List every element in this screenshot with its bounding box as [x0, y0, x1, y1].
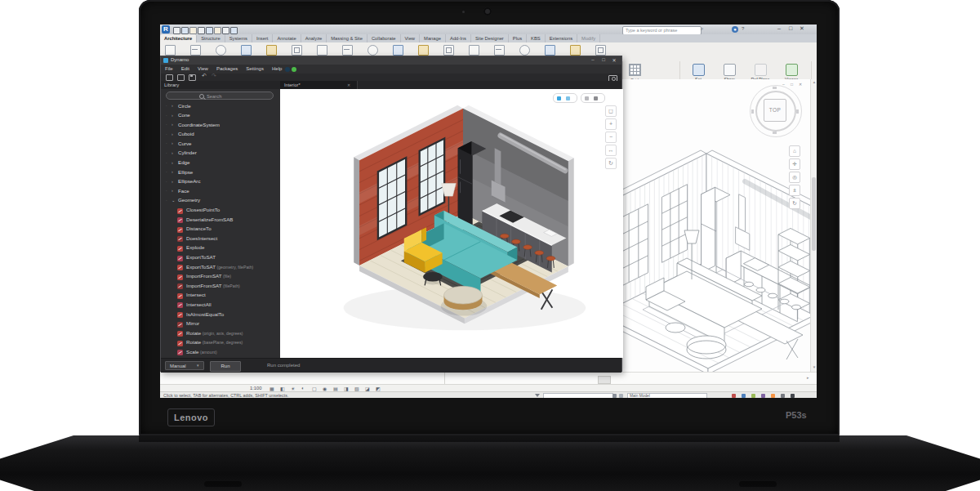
menu-packages[interactable]: Packages — [212, 65, 242, 74]
dynamo-title-bar[interactable]: Dynamo – □ ✕ — [161, 56, 621, 65]
status-tool-icon[interactable] — [791, 394, 795, 398]
ribbon-tool-icon[interactable] — [393, 45, 403, 56]
tab-extensions[interactable]: Extensions — [546, 34, 577, 42]
library-category-ellipsearc[interactable]: ·›EllipseArc — [161, 178, 280, 188]
ribbon-tool-icon[interactable] — [241, 45, 252, 56]
qat-tool-icon[interactable] — [181, 27, 189, 34]
tab-plus[interactable]: Plus — [509, 34, 527, 42]
scroll-down-arrow[interactable]: ▼ — [812, 365, 817, 369]
library-node-rotate-origin-axis-degrees[interactable]: Rotate (origin, axis, degrees) — [161, 329, 280, 339]
qat-tool-icon[interactable] — [198, 27, 205, 34]
pan-icon[interactable]: ✛ — [789, 158, 800, 170]
qat-tool-icon[interactable] — [230, 27, 238, 34]
chevron-right-icon[interactable]: › — [172, 103, 173, 108]
ribbon-tool-icon[interactable] — [519, 45, 530, 56]
tab-annotate[interactable]: Annotate — [273, 34, 301, 42]
view-control-icon[interactable]: ☀ — [291, 386, 295, 391]
library-category-cylinder[interactable]: ·›Cylinder — [161, 150, 280, 159]
geometry-view-toggle[interactable] — [553, 93, 577, 103]
scroll-up-arrow[interactable]: ▲ — [812, 80, 817, 84]
ribbon-tool-icon[interactable] — [545, 45, 555, 56]
horizontal-scrollbar-strip[interactable]: ▸ — [160, 372, 817, 385]
tab-collaborate[interactable]: Collaborate — [368, 34, 401, 42]
chevron-right-icon[interactable]: › — [172, 113, 173, 118]
worksets-icon[interactable] — [619, 394, 623, 398]
library-node-importfromsat-file[interactable]: ImportFromSAT (file) — [161, 273, 280, 283]
library-node-isalmostequalto[interactable]: IsAlmostEqualTo — [161, 310, 280, 320]
status-tool-icon[interactable] — [771, 394, 775, 398]
ribbon-tool-icon[interactable] — [342, 45, 353, 56]
ribbon-tool-icon[interactable] — [469, 45, 479, 56]
library-category-circle[interactable]: ·›Circle — [161, 102, 280, 112]
view-2d-icon[interactable] — [557, 96, 561, 100]
view-3d-icon[interactable] — [566, 96, 570, 100]
ribbon-tool-icon[interactable] — [190, 45, 201, 56]
zoom-in-icon[interactable]: + — [605, 118, 617, 130]
tab-modify[interactable]: Modify — [577, 34, 600, 42]
ribbon-tool-icon[interactable] — [292, 45, 302, 56]
ribbon-tool-icon[interactable] — [595, 45, 606, 56]
status-tool-icon[interactable] — [751, 394, 755, 398]
chevron-right-icon[interactable]: › — [172, 169, 173, 174]
undo-icon[interactable]: ↶ — [202, 73, 207, 79]
orbit-icon[interactable]: ↻ — [605, 158, 617, 169]
status-tool-icon[interactable] — [732, 394, 736, 398]
run-button[interactable]: Run — [210, 361, 241, 372]
ribbon-tool-icon[interactable] — [418, 45, 429, 56]
tab-architecture[interactable]: Architecture — [160, 34, 197, 42]
dynamo-maximize-button[interactable]: □ — [599, 57, 608, 62]
zoom-out-icon[interactable]: − — [605, 132, 617, 143]
viewcube[interactable]: TOP — [750, 85, 802, 137]
tab-view[interactable]: View — [401, 34, 420, 42]
tab-systems[interactable]: Systems — [225, 34, 252, 42]
status-tool-icon[interactable] — [761, 394, 765, 398]
h-scrollbar-thumb[interactable] — [598, 376, 611, 384]
library-category-coordinatesystem[interactable]: ·›CoordinateSystem — [161, 121, 280, 131]
view-control-icon[interactable]: ◪ — [365, 386, 370, 391]
graph-icon[interactable] — [585, 96, 589, 100]
library-category-face[interactable]: ·›Face — [161, 187, 280, 197]
status-tool-icon[interactable] — [742, 394, 746, 398]
home-icon[interactable]: ⌂ — [789, 145, 800, 157]
view-control-icon[interactable]: ▤ — [333, 386, 338, 391]
dropdown-arrow-icon[interactable]: ▾ — [197, 361, 199, 370]
ready-status-dot-icon[interactable] — [292, 67, 296, 72]
tab-insert[interactable]: Insert — [252, 34, 274, 42]
revit-search-input[interactable]: Type a keyword or phrase — [622, 26, 702, 35]
qat-tool-icon[interactable] — [173, 27, 180, 34]
library-category-cuboid[interactable]: ·›Cuboid — [161, 131, 280, 141]
ribbon-tool-icon[interactable] — [266, 45, 277, 56]
zoom-icon[interactable]: ± — [789, 185, 800, 196]
chevron-right-icon[interactable]: › — [172, 122, 173, 127]
tab-add-ins[interactable]: Add-Ins — [446, 34, 471, 42]
menu-edit[interactable]: Edit — [177, 65, 194, 74]
ribbon-tool-icon[interactable] — [165, 45, 176, 56]
save-icon[interactable] — [189, 74, 196, 81]
status-tool-icon[interactable] — [781, 394, 785, 398]
steering-wheel-icon[interactable]: ◎ — [789, 172, 800, 183]
library-node-deserializefromsab[interactable]: DeserializeFromSAB — [161, 216, 280, 225]
library-category-edge[interactable]: ·›Edge — [161, 159, 280, 169]
new-file-icon[interactable] — [166, 74, 173, 81]
zoom-fit-icon[interactable]: ◻ — [605, 105, 617, 117]
dynamo-minimize-button[interactable]: – — [589, 57, 597, 62]
library-category-ellipse[interactable]: ·›Ellipse — [161, 168, 280, 178]
search-icon[interactable]: ⌕ — [701, 26, 703, 32]
orbit-icon[interactable]: ↻ — [789, 198, 800, 209]
chevron-right-icon[interactable]: › — [172, 141, 173, 145]
ribbon-tool-icon[interactable] — [443, 45, 454, 56]
qat-tool-icon[interactable] — [222, 27, 229, 34]
ribbon-tool-icon[interactable] — [216, 45, 226, 56]
vertical-scrollbar[interactable]: ▲ ▼ — [810, 79, 817, 372]
revit-maximize-button[interactable]: □ — [786, 25, 795, 31]
library-category-geometry[interactable]: ·⌄Geometry — [161, 197, 280, 207]
status-filter-input[interactable] — [543, 393, 613, 398]
chevron-right-icon[interactable]: › — [172, 188, 173, 193]
design-option-select[interactable]: Main Model — [627, 393, 707, 398]
qat-tool-icon[interactable] — [214, 27, 221, 34]
tab-analyze[interactable]: Analyze — [301, 34, 327, 42]
revit-logo-icon[interactable]: R — [162, 25, 170, 33]
view-control-icon[interactable]: ▦ — [270, 386, 274, 391]
chevron-right-icon[interactable]: › — [172, 160, 173, 165]
library-node-intersect[interactable]: Intersect — [161, 292, 280, 301]
